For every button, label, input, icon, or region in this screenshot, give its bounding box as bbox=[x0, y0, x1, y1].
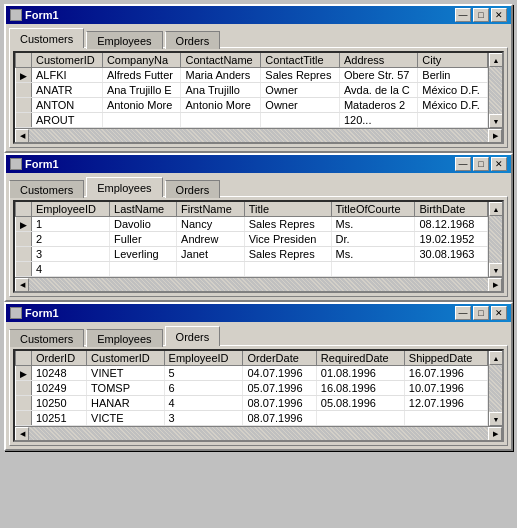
table-row[interactable]: 2FullerAndrewVice PresidenDr.19.02.1952 bbox=[16, 232, 488, 247]
col-header-5[interactable]: RequiredDate bbox=[316, 351, 404, 366]
minimize-button[interactable]: — bbox=[455, 306, 471, 320]
row-arrow-icon: ▶ bbox=[20, 71, 27, 81]
row-selector bbox=[16, 83, 32, 98]
maximize-button[interactable]: □ bbox=[473, 8, 489, 22]
tab-content: EmployeeIDLastNameFirstNameTitleTitleOfC… bbox=[9, 196, 508, 297]
scroll-left-button[interactable]: ◀ bbox=[15, 129, 29, 143]
scroll-right-button[interactable]: ▶ bbox=[488, 427, 502, 441]
col-header-2[interactable]: CustomerID bbox=[87, 351, 164, 366]
scroll-up-button[interactable]: ▲ bbox=[489, 202, 503, 216]
minimize-button[interactable]: — bbox=[455, 157, 471, 171]
table-row[interactable]: 4 bbox=[16, 262, 488, 277]
row-selector bbox=[16, 262, 32, 277]
col-header-4[interactable]: ContactTitle bbox=[261, 53, 340, 68]
tab-orders[interactable]: Orders bbox=[165, 326, 221, 346]
cell-2-5: 12.07.1996 bbox=[404, 396, 487, 411]
table-row[interactable]: ▶1DavolioNancySales RepresMs.08.12.1968 bbox=[16, 217, 488, 232]
tab-employees[interactable]: Employees bbox=[86, 329, 162, 347]
close-button[interactable]: ✕ bbox=[491, 306, 507, 320]
scroll-track[interactable] bbox=[489, 216, 502, 263]
tab-employees[interactable]: Employees bbox=[86, 177, 162, 197]
maximize-button[interactable]: □ bbox=[473, 306, 489, 320]
col-header-2[interactable]: CompanyNa bbox=[102, 53, 181, 68]
col-header-2[interactable]: LastName bbox=[110, 202, 177, 217]
col-header-5[interactable]: Address bbox=[339, 53, 417, 68]
horizontal-scrollbar[interactable]: ◀ ▶ bbox=[15, 128, 502, 142]
scroll-up-button[interactable]: ▲ bbox=[489, 351, 503, 365]
table-row[interactable]: 10250HANAR408.07.199605.08.199612.07.199… bbox=[16, 396, 488, 411]
tab-employees[interactable]: Employees bbox=[86, 31, 162, 49]
maximize-button[interactable]: □ bbox=[473, 157, 489, 171]
cell-3-2 bbox=[177, 262, 245, 277]
row-selector bbox=[16, 113, 32, 128]
scroll-down-button[interactable]: ▼ bbox=[489, 412, 503, 426]
col-header-0[interactable] bbox=[16, 202, 32, 217]
table-wrap: OrderIDCustomerIDEmployeeIDOrderDateRequ… bbox=[15, 351, 488, 426]
table-wrap: EmployeeIDLastNameFirstNameTitleTitleOfC… bbox=[15, 202, 488, 277]
cell-3-4: 120... bbox=[339, 113, 417, 128]
col-header-6[interactable]: City bbox=[418, 53, 488, 68]
table-row[interactable]: AROUT120... bbox=[16, 113, 488, 128]
scroll-left-button[interactable]: ◀ bbox=[15, 278, 29, 292]
data-table: EmployeeIDLastNameFirstNameTitleTitleOfC… bbox=[15, 202, 488, 277]
tab-orders[interactable]: Orders bbox=[165, 31, 221, 49]
row-arrow-icon: ▶ bbox=[20, 220, 27, 230]
table-row[interactable]: ▶ALFKIAlfreds FutterMaria AndersSales Re… bbox=[16, 68, 488, 83]
scroll-right-button[interactable]: ▶ bbox=[488, 129, 502, 143]
table-row[interactable]: 10249TOMSP605.07.199616.08.199610.07.199… bbox=[16, 381, 488, 396]
col-header-4[interactable]: OrderDate bbox=[243, 351, 316, 366]
table-row[interactable]: 10251VICTE308.07.1996 bbox=[16, 411, 488, 426]
close-button[interactable]: ✕ bbox=[491, 157, 507, 171]
table-row[interactable]: 3LeverlingJanetSales RepresMs.30.08.1963 bbox=[16, 247, 488, 262]
scroll-track[interactable] bbox=[489, 365, 502, 412]
table-row[interactable]: ▶10248VINET504.07.199601.08.199616.07.19… bbox=[16, 366, 488, 381]
data-grid: EmployeeIDLastNameFirstNameTitleTitleOfC… bbox=[13, 200, 504, 293]
scroll-track-h[interactable] bbox=[29, 427, 488, 440]
vertical-scrollbar[interactable]: ▲ ▼ bbox=[488, 202, 502, 277]
col-header-6[interactable]: BirthDate bbox=[415, 202, 488, 217]
tab-customers[interactable]: Customers bbox=[9, 180, 84, 198]
scroll-track-h[interactable] bbox=[29, 278, 488, 291]
scroll-left-button[interactable]: ◀ bbox=[15, 427, 29, 441]
table-row[interactable]: ANTONAntonio MoreAntonio MoreOwnerMatade… bbox=[16, 98, 488, 113]
vertical-scrollbar[interactable]: ▲ ▼ bbox=[488, 351, 502, 426]
window-title: Form1 bbox=[25, 307, 59, 319]
title-bar: Form1 — □ ✕ bbox=[6, 155, 511, 173]
col-header-1[interactable]: OrderID bbox=[32, 351, 87, 366]
tab-orders[interactable]: Orders bbox=[165, 180, 221, 198]
col-header-0[interactable] bbox=[16, 351, 32, 366]
scroll-down-button[interactable]: ▼ bbox=[489, 114, 503, 128]
col-header-3[interactable]: FirstName bbox=[177, 202, 245, 217]
col-header-6[interactable]: ShippedDate bbox=[404, 351, 487, 366]
cell-3-4 bbox=[331, 262, 415, 277]
vertical-scrollbar[interactable]: ▲ ▼ bbox=[488, 53, 502, 128]
scroll-track-h[interactable] bbox=[29, 129, 488, 142]
minimize-button[interactable]: — bbox=[455, 8, 471, 22]
tab-customers[interactable]: Customers bbox=[9, 28, 84, 48]
cell-3-5 bbox=[415, 262, 488, 277]
col-header-1[interactable]: CustomerID bbox=[32, 53, 103, 68]
row-selector: ▶ bbox=[16, 217, 32, 232]
col-header-5[interactable]: TitleOfCourte bbox=[331, 202, 415, 217]
scroll-up-button[interactable]: ▲ bbox=[489, 53, 503, 67]
col-header-3[interactable]: EmployeeID bbox=[164, 351, 243, 366]
cell-1-4: Avda. de la C bbox=[339, 83, 417, 98]
col-header-3[interactable]: ContactName bbox=[181, 53, 261, 68]
scroll-right-button[interactable]: ▶ bbox=[488, 278, 502, 292]
tab-customers[interactable]: Customers bbox=[9, 329, 84, 347]
table-row[interactable]: ANATRAna Trujillo EAna TrujilloOwnerAvda… bbox=[16, 83, 488, 98]
horizontal-scrollbar[interactable]: ◀ ▶ bbox=[15, 277, 502, 291]
data-table: CustomerIDCompanyNaContactNameContactTit… bbox=[15, 53, 488, 128]
cell-3-3 bbox=[244, 262, 331, 277]
cell-3-4 bbox=[316, 411, 404, 426]
cell-3-5 bbox=[404, 411, 487, 426]
tab-content: OrderIDCustomerIDEmployeeIDOrderDateRequ… bbox=[9, 345, 508, 446]
col-header-0[interactable] bbox=[16, 53, 32, 68]
cell-1-5: México D.F. bbox=[418, 83, 488, 98]
col-header-4[interactable]: Title bbox=[244, 202, 331, 217]
close-button[interactable]: ✕ bbox=[491, 8, 507, 22]
scroll-down-button[interactable]: ▼ bbox=[489, 263, 503, 277]
horizontal-scrollbar[interactable]: ◀ ▶ bbox=[15, 426, 502, 440]
scroll-track[interactable] bbox=[489, 67, 502, 114]
col-header-1[interactable]: EmployeeID bbox=[32, 202, 110, 217]
